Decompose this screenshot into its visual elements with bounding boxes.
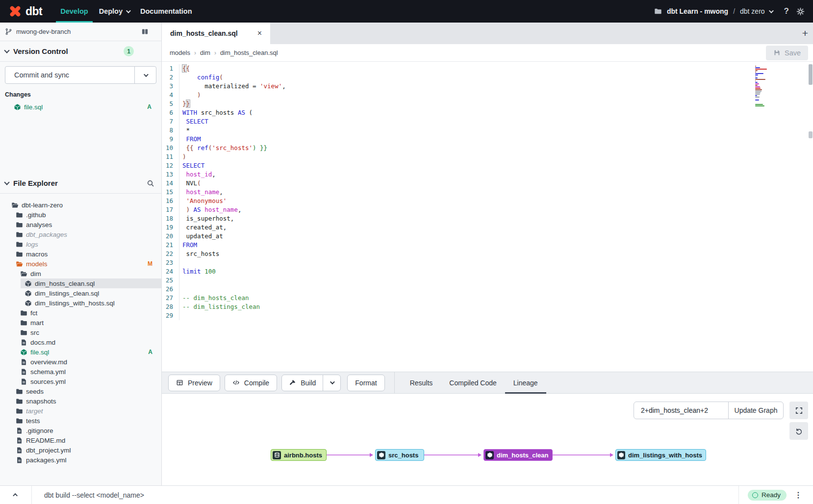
tree-item-target[interactable]: target (0, 406, 161, 416)
tree-item-seeds[interactable]: seeds (0, 386, 161, 396)
format-button[interactable]: Format (347, 375, 384, 391)
commit-and-sync-button[interactable]: Commit and sync (5, 66, 156, 84)
code-line[interactable]: 1{{ (162, 64, 813, 73)
search-icon[interactable] (147, 179, 154, 187)
tree-item-overview.md[interactable]: overview.md (0, 357, 161, 367)
build-button[interactable]: Build (282, 375, 323, 391)
code-line[interactable]: 17 ) AS host_name, (162, 205, 813, 214)
nav-deploy[interactable]: Deploy (94, 0, 135, 23)
command-input[interactable]: dbt build --select <model_name> (44, 491, 738, 499)
code-line[interactable]: 7 SELECT (162, 117, 813, 126)
version-control-header[interactable]: Version Control 1 (0, 41, 161, 62)
reset-view-button[interactable] (789, 422, 808, 440)
nav-develop[interactable]: Develop (55, 0, 93, 23)
tree-item-dim_listings_with_hosts.sql[interactable]: dim_listings_with_hosts.sql (0, 298, 161, 308)
tree-item-dbt-learn-zero[interactable]: dbt-learn-zero (0, 200, 161, 210)
tree-item-dbt_project.yml[interactable]: dbt_project.yml (0, 445, 161, 455)
code-line[interactable]: 20 updated_at (162, 232, 813, 241)
file-explorer-header[interactable]: File Explorer (0, 173, 161, 194)
reader-icon[interactable] (141, 28, 149, 35)
environment-selector[interactable]: dbt zero (740, 7, 772, 15)
minimap[interactable] (755, 66, 768, 108)
tree-item-file.sql[interactable]: file.sqlA (0, 347, 161, 357)
tree-item-models[interactable]: modelsM (0, 259, 161, 269)
tree-item-analyses[interactable]: analyses (0, 220, 161, 229)
code-line[interactable]: 23 (162, 258, 813, 267)
tab-compiled-code[interactable]: Compiled Code (441, 372, 505, 393)
tree-item-.github[interactable]: .github (0, 210, 161, 220)
commit-options-dropdown[interactable] (134, 67, 156, 83)
nav-documentation[interactable]: Documentation (135, 0, 198, 23)
code-line[interactable]: 6WITH src_hosts AS ( (162, 108, 813, 117)
branch-row[interactable]: mwong-dev-branch (0, 23, 161, 41)
breadcrumb-item[interactable]: dim_hosts_clean.sql (220, 49, 278, 56)
code-line[interactable]: 2 config( (162, 73, 813, 82)
tree-item-tests[interactable]: tests (0, 416, 161, 426)
lineage-selector-input[interactable]: 2+dim_hosts_clean+2 (634, 402, 728, 419)
lineage-node-src_hosts[interactable]: src_hosts (375, 449, 424, 461)
tab-dim-hosts-clean[interactable]: dim_hosts_clean.sql × (162, 23, 270, 44)
code-line[interactable]: 27-- dim_hosts_clean (162, 294, 813, 302)
code-editor[interactable]: 1{{2 config(3 materialized = 'view',4 )5… (162, 62, 813, 372)
kebab-menu-icon[interactable]: ⋮ (794, 490, 802, 500)
code-line[interactable]: 11) (162, 152, 813, 161)
tab-lineage[interactable]: Lineage (505, 372, 546, 393)
code-line[interactable]: 22 src_hosts (162, 250, 813, 258)
tree-item-dim_hosts_clean.sql[interactable]: dim_hosts_clean.sql (0, 278, 161, 288)
code-line[interactable]: 18 is_superhost, (162, 214, 813, 223)
lineage-node-dim_hosts_clean[interactable]: dim_hosts_clean (483, 449, 553, 461)
scrollbar-thumb[interactable] (809, 64, 813, 85)
code-line[interactable]: 10 {{ ref('src_hosts') }} (162, 144, 813, 152)
editor-scrollbar[interactable] (808, 62, 813, 372)
lineage-node-airbnb.hosts[interactable]: airbnb.hosts (271, 449, 327, 461)
update-graph-button[interactable]: Update Graph (728, 402, 783, 419)
code-line[interactable]: 26 (162, 285, 813, 294)
code-line[interactable]: 28-- dim_listings_clean (162, 302, 813, 311)
code-line[interactable]: 3 materialized = 'view', (162, 82, 813, 91)
breadcrumb-item[interactable]: dim (200, 49, 210, 56)
code-line[interactable]: 4 ) (162, 91, 813, 100)
tree-item-README.md[interactable]: README.md (0, 435, 161, 445)
changed-file-row[interactable]: file.sql A (5, 102, 156, 112)
tab-results[interactable]: Results (402, 372, 441, 393)
lineage-node-dim_listings_with_hosts[interactable]: dim_listings_with_hosts (615, 449, 706, 461)
tree-item-fct[interactable]: fct (0, 308, 161, 318)
tree-item-packages.yml[interactable]: packages.yml (0, 455, 161, 465)
code-line[interactable]: 21FROM (162, 241, 813, 250)
code-line[interactable]: 5}} (162, 100, 813, 108)
tree-item-macros[interactable]: macros (0, 249, 161, 259)
save-button[interactable]: Save (766, 46, 808, 60)
account-switcher[interactable]: dbt Learn - mwong / dbt zero ? (654, 6, 805, 16)
code-line[interactable]: 15 host_name, (162, 188, 813, 197)
tree-item-.gitignore[interactable]: .gitignore (0, 426, 161, 435)
tree-item-src[interactable]: src (0, 328, 161, 337)
code-line[interactable]: 16 'Anonymous' (162, 197, 813, 205)
code-line[interactable]: 13 host_id, (162, 170, 813, 179)
tree-item-dim_listings_clean.sql[interactable]: dim_listings_clean.sql (0, 288, 161, 298)
tree-item-snapshots[interactable]: snapshots (0, 396, 161, 406)
tree-item-dim[interactable]: dim (0, 269, 161, 278)
tree-item-logs[interactable]: logs (0, 239, 161, 249)
code-line[interactable]: 12SELECT (162, 161, 813, 170)
tree-item-schema.yml[interactable]: schema.yml (0, 367, 161, 377)
code-line[interactable]: 29 (162, 311, 813, 320)
code-line[interactable]: 9 FROM (162, 135, 813, 144)
code-line[interactable]: 14 NVL( (162, 179, 813, 188)
dbt-logo[interactable]: dbt (9, 5, 42, 18)
tree-item-dbt_packages[interactable]: dbt_packages (0, 229, 161, 239)
close-icon[interactable]: × (257, 29, 262, 38)
code-line[interactable]: 19 created_at, (162, 223, 813, 232)
tree-item-docs.md[interactable]: docs.md (0, 337, 161, 347)
tree-item-sources.yml[interactable]: sources.yml (0, 377, 161, 386)
breadcrumb-item[interactable]: models (170, 49, 190, 56)
code-line[interactable]: 25 (162, 276, 813, 285)
compile-button[interactable]: Compile (225, 375, 277, 391)
code-line[interactable]: 24limit 100 (162, 267, 813, 276)
expand-command-panel-button[interactable] (0, 486, 32, 504)
tree-item-mart[interactable]: mart (0, 318, 161, 328)
code-line[interactable]: 8 * (162, 126, 813, 135)
help-icon[interactable]: ? (784, 6, 789, 16)
preview-button[interactable]: Preview (168, 375, 220, 391)
new-tab-button[interactable]: + (802, 23, 808, 44)
gear-icon[interactable] (796, 7, 805, 16)
